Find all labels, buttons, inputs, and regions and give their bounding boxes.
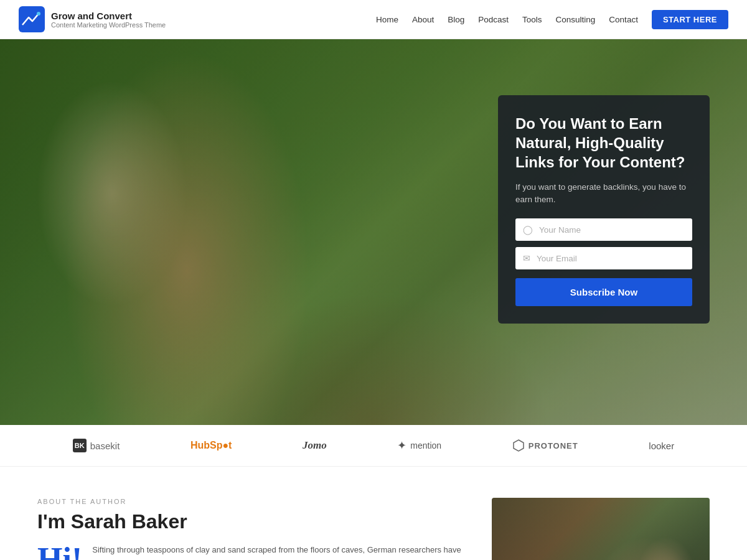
brand-basekit: BK basekit [73, 439, 120, 452]
brand-protonet: PROTONET [512, 439, 578, 452]
author-text-block: ABOUT THE AUTHOR I'm Sarah Baker Hi! Sif… [37, 498, 467, 560]
nav-home[interactable]: Home [376, 15, 398, 24]
main-nav: Home About Blog Podcast Tools Consulting… [376, 10, 728, 29]
subscribe-button[interactable]: Subscribe Now [515, 278, 692, 306]
mention-label: mention [410, 441, 441, 450]
hero-card-title: Do You Want to Earn Natural, High-Qualit… [515, 114, 692, 172]
author-hi-text: Hi! [37, 543, 82, 560]
logo-title: Grow and Convert [51, 11, 166, 21]
header: Grow and Convert Content Marketing WordP… [0, 0, 747, 39]
mention-star-icon: ✦ [397, 439, 406, 452]
author-bio: Hi! Sifting through teaspoons of clay an… [37, 543, 467, 560]
svg-point-1 [37, 12, 40, 16]
jomo-label: Jomo [303, 439, 327, 452]
svg-rect-0 [19, 6, 45, 32]
user-icon: ◯ [523, 225, 533, 235]
author-name: I'm Sarah Baker [37, 510, 467, 533]
author-body-text: Sifting through teaspoons of clay and sa… [92, 543, 467, 560]
hubspot-label: HubSp●t [190, 440, 232, 451]
name-input[interactable] [539, 225, 685, 235]
name-field-wrapper: ◯ [515, 218, 692, 241]
nav-about[interactable]: About [412, 15, 434, 24]
logo-area: Grow and Convert Content Marketing WordP… [19, 6, 166, 32]
author-label: ABOUT THE AUTHOR [37, 498, 467, 505]
protonet-icon [512, 439, 525, 452]
hero-card-desc: If you want to generate backlinks, you h… [515, 181, 692, 207]
basekit-label: basekit [90, 441, 120, 451]
svg-marker-2 [514, 440, 524, 451]
looker-label: looker [649, 441, 674, 451]
email-input[interactable] [537, 254, 685, 263]
logo-text: Grow and Convert Content Marketing WordP… [51, 11, 166, 29]
email-field-wrapper: ✉ [515, 247, 692, 269]
nav-contact[interactable]: Contact [609, 15, 638, 24]
nav-podcast[interactable]: Podcast [478, 15, 509, 24]
logo-subtitle: Content Marketing WordPress Theme [51, 21, 166, 29]
logo-icon [19, 6, 45, 32]
brand-hubspot: HubSp●t [190, 440, 232, 451]
brand-looker: looker [649, 441, 674, 451]
basekit-icon: BK [73, 439, 87, 452]
author-image [492, 498, 710, 560]
nav-consulting[interactable]: Consulting [556, 15, 596, 24]
brand-mention: ✦ mention [397, 439, 441, 452]
author-image-overlay [492, 498, 710, 560]
author-section: ABOUT THE AUTHOR I'm Sarah Baker Hi! Sif… [0, 467, 747, 560]
nav-blog[interactable]: Blog [448, 15, 464, 24]
brands-bar: BK basekit HubSp●t Jomo ✦ mention PROTON… [0, 425, 747, 467]
start-here-button[interactable]: START HERE [652, 10, 728, 29]
brand-jomo: Jomo [303, 439, 327, 452]
hero-section: Do You Want to Earn Natural, High-Qualit… [0, 39, 747, 425]
protonet-label: PROTONET [529, 441, 578, 450]
hero-card: Do You Want to Earn Natural, High-Qualit… [498, 95, 710, 324]
email-icon: ✉ [523, 253, 530, 263]
nav-tools[interactable]: Tools [522, 15, 542, 24]
